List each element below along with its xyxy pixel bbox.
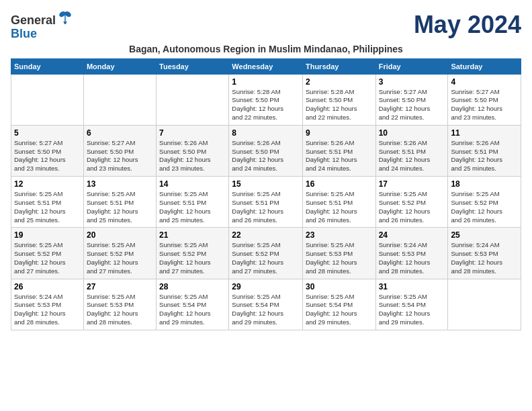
day-number: 31 — [379, 282, 445, 291]
day-number: 25 — [451, 230, 518, 240]
calendar-cell: 10Sunrise: 5:26 AM Sunset: 5:51 PM Dayli… — [375, 125, 448, 176]
day-info: Sunrise: 5:25 AM Sunset: 5:54 PM Dayligh… — [306, 293, 373, 327]
day-info: Sunrise: 5:25 AM Sunset: 5:54 PM Dayligh… — [379, 293, 445, 327]
weekday-header-thursday: Thursday — [302, 58, 375, 74]
calendar-cell: 15Sunrise: 5:25 AM Sunset: 5:51 PM Dayli… — [229, 177, 303, 228]
day-info: Sunrise: 5:28 AM Sunset: 5:50 PM Dayligh… — [306, 88, 373, 122]
day-info: Sunrise: 5:27 AM Sunset: 5:50 PM Dayligh… — [14, 139, 81, 173]
day-number: 10 — [379, 128, 445, 138]
logo-bird-icon — [57, 11, 73, 24]
day-info: Sunrise: 5:24 AM Sunset: 5:53 PM Dayligh… — [451, 241, 518, 275]
weekday-header-monday: Monday — [83, 58, 156, 74]
day-number: 12 — [14, 179, 81, 189]
day-number: 27 — [87, 282, 153, 291]
logo-general: General — [11, 13, 56, 27]
day-info: Sunrise: 5:24 AM Sunset: 5:53 PM Dayligh… — [379, 241, 445, 275]
day-info: Sunrise: 5:25 AM Sunset: 5:53 PM Dayligh… — [87, 293, 153, 327]
day-info: Sunrise: 5:25 AM Sunset: 5:54 PM Dayligh… — [232, 293, 300, 327]
day-info: Sunrise: 5:27 AM Sunset: 5:50 PM Dayligh… — [451, 88, 518, 122]
calendar-cell: 19Sunrise: 5:25 AM Sunset: 5:52 PM Dayli… — [11, 228, 84, 279]
day-number: 21 — [159, 230, 226, 240]
day-info: Sunrise: 5:26 AM Sunset: 5:51 PM Dayligh… — [306, 139, 373, 173]
calendar-cell: 13Sunrise: 5:25 AM Sunset: 5:51 PM Dayli… — [83, 177, 156, 228]
day-number: 19 — [14, 230, 81, 240]
weekday-header-tuesday: Tuesday — [157, 58, 229, 74]
day-number: 5 — [14, 128, 81, 138]
calendar-cell: 29Sunrise: 5:25 AM Sunset: 5:54 PM Dayli… — [229, 279, 303, 330]
calendar-cell: 28Sunrise: 5:25 AM Sunset: 5:54 PM Dayli… — [157, 279, 229, 330]
day-info: Sunrise: 5:25 AM Sunset: 5:51 PM Dayligh… — [14, 190, 81, 224]
day-info: Sunrise: 5:25 AM Sunset: 5:52 PM Dayligh… — [159, 241, 226, 275]
day-number: 3 — [379, 77, 445, 87]
weekday-header-wednesday: Wednesday — [229, 58, 303, 74]
calendar-cell: 23Sunrise: 5:25 AM Sunset: 5:53 PM Dayli… — [302, 228, 375, 279]
calendar-cell: 31Sunrise: 5:25 AM Sunset: 5:54 PM Dayli… — [375, 279, 448, 330]
weekday-header-saturday: Saturday — [448, 58, 521, 74]
day-number: 8 — [232, 128, 300, 138]
calendar-cell — [83, 74, 156, 125]
calendar-cell: 7Sunrise: 5:26 AM Sunset: 5:50 PM Daylig… — [157, 125, 229, 176]
calendar-cell: 5Sunrise: 5:27 AM Sunset: 5:50 PM Daylig… — [11, 125, 84, 176]
calendar-week-row: 1Sunrise: 5:28 AM Sunset: 5:50 PM Daylig… — [11, 74, 521, 125]
day-info: Sunrise: 5:26 AM Sunset: 5:51 PM Dayligh… — [379, 139, 445, 173]
calendar-cell: 9Sunrise: 5:26 AM Sunset: 5:51 PM Daylig… — [302, 125, 375, 176]
calendar-cell: 20Sunrise: 5:25 AM Sunset: 5:52 PM Dayli… — [83, 228, 156, 279]
day-number: 20 — [87, 230, 153, 240]
weekday-header-friday: Friday — [375, 58, 448, 74]
calendar-week-row: 19Sunrise: 5:25 AM Sunset: 5:52 PM Dayli… — [11, 228, 521, 279]
day-info: Sunrise: 5:26 AM Sunset: 5:50 PM Dayligh… — [232, 139, 300, 173]
calendar-cell: 30Sunrise: 5:25 AM Sunset: 5:54 PM Dayli… — [302, 279, 375, 330]
calendar-cell: 22Sunrise: 5:25 AM Sunset: 5:52 PM Dayli… — [229, 228, 303, 279]
day-number: 15 — [232, 179, 300, 189]
calendar-cell: 6Sunrise: 5:27 AM Sunset: 5:50 PM Daylig… — [83, 125, 156, 176]
calendar-cell: 2Sunrise: 5:28 AM Sunset: 5:50 PM Daylig… — [302, 74, 375, 125]
calendar-cell — [157, 74, 229, 125]
page-header: General Blue May 2024 — [11, 11, 521, 41]
calendar-cell: 4Sunrise: 5:27 AM Sunset: 5:50 PM Daylig… — [448, 74, 521, 125]
calendar-cell: 17Sunrise: 5:25 AM Sunset: 5:52 PM Dayli… — [375, 177, 448, 228]
day-number: 17 — [379, 179, 445, 189]
logo: General Blue — [11, 11, 73, 41]
day-info: Sunrise: 5:25 AM Sunset: 5:54 PM Dayligh… — [159, 293, 226, 327]
day-info: Sunrise: 5:24 AM Sunset: 5:53 PM Dayligh… — [14, 293, 81, 327]
calendar-cell: 14Sunrise: 5:25 AM Sunset: 5:51 PM Dayli… — [157, 177, 229, 228]
day-number: 18 — [451, 179, 518, 189]
calendar-cell: 16Sunrise: 5:25 AM Sunset: 5:51 PM Dayli… — [302, 177, 375, 228]
day-info: Sunrise: 5:25 AM Sunset: 5:52 PM Dayligh… — [232, 241, 300, 275]
day-info: Sunrise: 5:25 AM Sunset: 5:51 PM Dayligh… — [232, 190, 300, 224]
day-number: 7 — [159, 128, 226, 138]
day-number: 30 — [306, 282, 373, 291]
weekday-header-sunday: Sunday — [11, 58, 84, 74]
calendar-week-row: 12Sunrise: 5:25 AM Sunset: 5:51 PM Dayli… — [11, 177, 521, 228]
calendar-cell: 27Sunrise: 5:25 AM Sunset: 5:53 PM Dayli… — [83, 279, 156, 330]
day-number: 9 — [306, 128, 373, 138]
day-info: Sunrise: 5:25 AM Sunset: 5:51 PM Dayligh… — [306, 190, 373, 224]
day-info: Sunrise: 5:25 AM Sunset: 5:53 PM Dayligh… — [306, 241, 373, 275]
day-info: Sunrise: 5:27 AM Sunset: 5:50 PM Dayligh… — [379, 88, 445, 122]
day-number: 23 — [306, 230, 373, 240]
day-info: Sunrise: 5:27 AM Sunset: 5:50 PM Dayligh… — [87, 139, 153, 173]
day-number: 24 — [379, 230, 445, 240]
calendar-header-row: SundayMondayTuesdayWednesdayThursdayFrid… — [11, 58, 521, 74]
calendar-cell: 1Sunrise: 5:28 AM Sunset: 5:50 PM Daylig… — [229, 74, 303, 125]
calendar-table: SundayMondayTuesdayWednesdayThursdayFrid… — [11, 58, 521, 330]
day-number: 6 — [87, 128, 153, 138]
calendar-cell: 18Sunrise: 5:25 AM Sunset: 5:52 PM Dayli… — [448, 177, 521, 228]
day-number: 28 — [159, 282, 226, 291]
day-number: 14 — [159, 179, 226, 189]
calendar-week-row: 5Sunrise: 5:27 AM Sunset: 5:50 PM Daylig… — [11, 125, 521, 176]
location-title: Bagan, Autonomous Region in Muslim Minda… — [11, 44, 521, 54]
day-number: 13 — [87, 179, 153, 189]
calendar-cell: 3Sunrise: 5:27 AM Sunset: 5:50 PM Daylig… — [375, 74, 448, 125]
day-info: Sunrise: 5:25 AM Sunset: 5:51 PM Dayligh… — [159, 190, 226, 224]
calendar-cell — [448, 279, 521, 330]
day-number: 26 — [14, 282, 81, 291]
calendar-cell: 25Sunrise: 5:24 AM Sunset: 5:53 PM Dayli… — [448, 228, 521, 279]
day-info: Sunrise: 5:26 AM Sunset: 5:50 PM Dayligh… — [159, 139, 226, 173]
day-number: 11 — [451, 128, 518, 138]
day-info: Sunrise: 5:25 AM Sunset: 5:51 PM Dayligh… — [87, 190, 153, 224]
day-info: Sunrise: 5:25 AM Sunset: 5:52 PM Dayligh… — [379, 190, 445, 224]
day-number: 16 — [306, 179, 373, 189]
day-number: 4 — [451, 77, 518, 87]
day-info: Sunrise: 5:25 AM Sunset: 5:52 PM Dayligh… — [87, 241, 153, 275]
